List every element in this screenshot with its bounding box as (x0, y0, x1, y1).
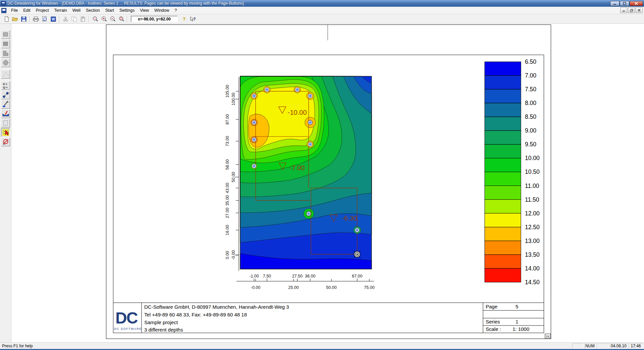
menu-well[interactable]: Well (70, 7, 83, 14)
rectangle-area-tool[interactable] (1, 30, 10, 39)
new-file-button[interactable] (2, 15, 10, 23)
contour-plot (240, 76, 372, 269)
zoom-out-button[interactable] (108, 15, 116, 23)
legend-band (485, 241, 521, 255)
y-tick-label: 87.00 (225, 114, 230, 124)
legend-value: 6.50 (525, 58, 536, 65)
legend-value: 12.50 (525, 224, 540, 231)
menu-terrain[interactable]: Terrain (52, 7, 70, 14)
menu-section[interactable]: Section (83, 7, 103, 14)
x-tick-label: 7.50 (263, 274, 271, 279)
scale-value: 1: 1000 (513, 326, 529, 332)
context-help-button[interactable]: ? (189, 15, 197, 23)
legend-value: 14.00 (525, 265, 540, 272)
color-legend: 6.507.007.508.008.509.009.5010.0010.5011… (485, 58, 540, 286)
menu-file[interactable]: File (8, 7, 20, 14)
menu-edit[interactable]: Edit (20, 7, 33, 14)
word-export-button[interactable]: W (49, 15, 57, 23)
status-date: 04.08.10 (610, 343, 628, 349)
legend-band (485, 158, 521, 172)
well-symbol (308, 142, 312, 146)
drawdown-label: -10.00 (288, 109, 307, 116)
print-button[interactable] (32, 15, 40, 23)
company-logo: DC (115, 309, 138, 327)
x-grid-label: 25.00 (288, 285, 299, 290)
close-button[interactable] (630, 1, 643, 6)
series-label: Series (486, 319, 500, 324)
isolines-view-tool[interactable] (1, 128, 10, 137)
app-window: DC-Dewatering for Windows - [DEMO.DBA - … (0, 0, 644, 350)
y-tick-label: 27.00 (225, 208, 230, 218)
menu-project[interactable]: Project (33, 7, 52, 14)
coordinate-display: x=-98.00, y=82.00 (131, 16, 178, 22)
mdi-restore-button[interactable] (628, 7, 635, 13)
mdi-minimize-button[interactable] (620, 7, 627, 13)
open-file-button[interactable] (11, 15, 19, 23)
triangulation-tool[interactable] (1, 70, 10, 79)
legend-band (485, 131, 521, 144)
y-tick-label: 43.00 (225, 183, 230, 193)
menu-window[interactable]: Window (152, 7, 172, 14)
series-value: 1 (516, 319, 518, 324)
svg-text:S =: S = (3, 83, 7, 86)
footer-project: Sample project (144, 319, 178, 325)
zoom-window-button[interactable] (91, 15, 99, 23)
legend-band-hatch (485, 186, 521, 200)
mdi-close-button[interactable] (636, 7, 643, 13)
polygon-area-tool[interactable] (1, 49, 10, 58)
legend-value: 7.50 (525, 86, 536, 93)
corner-mark: DC (546, 335, 550, 338)
well-symbol (252, 94, 256, 98)
menu-settings[interactable]: Settings (117, 7, 137, 14)
zoom-page-button[interactable] (117, 15, 125, 23)
drawing-canvas: -10.00-7.00-6.30 0.0016.0027.0035.0043.0… (12, 24, 644, 342)
legend-value: 8.50 (525, 113, 536, 120)
paste-icon (79, 15, 87, 23)
zoom-in-button[interactable] (100, 15, 108, 23)
minimize-button[interactable] (610, 1, 620, 6)
pipette-tool[interactable] (1, 100, 10, 109)
maximize-button[interactable] (620, 1, 629, 6)
well-symbol (308, 94, 312, 98)
legend-value: 11.00 (525, 183, 539, 189)
status-time: 17:46 (628, 343, 643, 349)
status-caps-panel (572, 343, 584, 349)
menu-bar: File Edit Project Terrain Well Section S… (0, 7, 644, 14)
well-symbol (307, 211, 311, 216)
report-page-tool[interactable] (1, 119, 10, 128)
filled-area-tool[interactable] (1, 40, 10, 48)
help-button[interactable]: ? (180, 15, 188, 23)
legend-band (485, 103, 521, 117)
menu-view[interactable]: View (137, 7, 152, 14)
x-tick-label: 67.00 (352, 274, 362, 279)
legend-value: 13.50 (525, 251, 540, 258)
well-symbol (252, 138, 256, 142)
circle-area-tool[interactable] (1, 58, 10, 67)
x-tick-label: 36.00 (305, 274, 315, 279)
footer-address: DC-Software GmbH, D-80997 Muenchen, Hann… (144, 304, 289, 310)
legend-value: 13.00 (525, 238, 540, 244)
footer-subtitle: 3 different depths (144, 327, 183, 333)
menu-start[interactable]: Start (103, 7, 117, 14)
print-preview-button[interactable] (41, 15, 49, 23)
legend-value: 12.00 (525, 210, 540, 217)
s-q-values-tool[interactable]: S =Q = (1, 81, 10, 90)
legend-band (485, 76, 521, 89)
copy-icon (70, 15, 78, 23)
app-icon (1, 1, 6, 6)
legend-value: 7.00 (525, 72, 536, 79)
menu-help[interactable]: ? (172, 7, 180, 14)
status-num-panel: NUM (584, 343, 596, 349)
y-tick-label: 0.00 (225, 251, 230, 259)
status-scrl-panel (596, 343, 609, 349)
legend-value: 10.00 (525, 155, 540, 161)
title-bar: DC-Dewatering for Windows - [DEMO.DBA - … (0, 0, 644, 7)
well-placement-tool[interactable] (1, 91, 10, 99)
svg-text:?: ? (183, 16, 186, 22)
save-button[interactable] (20, 15, 28, 23)
magnet-snap-tool[interactable] (1, 138, 10, 146)
y-grid-label: -0.00 (231, 250, 236, 260)
terrain-edit-tool[interactable] (1, 109, 10, 118)
y-grid-label: 50.00 (231, 172, 236, 182)
y-tick-label: 105.00 (225, 85, 230, 98)
